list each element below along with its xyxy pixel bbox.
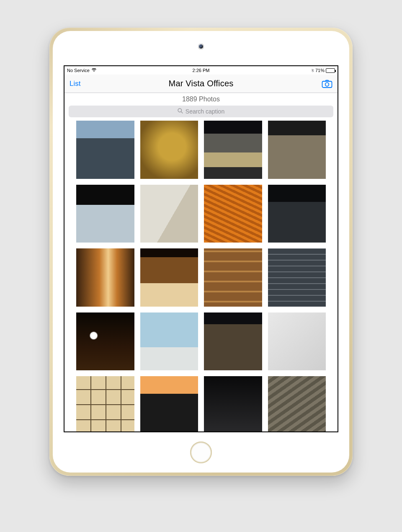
photo-thumbnail[interactable] bbox=[76, 248, 134, 307]
photo-thumbnail[interactable] bbox=[76, 376, 134, 432]
status-time: 2:26 PM bbox=[64, 68, 338, 73]
photo-thumbnail[interactable] bbox=[140, 121, 198, 179]
status-bar: No Service 2:26 PM 71% bbox=[64, 66, 338, 75]
photo-thumbnail[interactable] bbox=[268, 185, 326, 243]
photo-thumbnail[interactable] bbox=[76, 312, 134, 371]
svg-line-3 bbox=[181, 111, 183, 113]
battery-icon bbox=[326, 68, 335, 73]
ipad-device-frame: No Service 2:26 PM 71% bbox=[49, 28, 353, 476]
screen: No Service 2:26 PM 71% bbox=[64, 65, 338, 432]
photo-thumbnail[interactable] bbox=[268, 121, 326, 179]
home-button[interactable] bbox=[190, 442, 212, 463]
photo-thumbnail[interactable] bbox=[204, 312, 262, 371]
front-camera bbox=[198, 44, 204, 49]
search-wrap: Search caption bbox=[64, 104, 338, 121]
search-icon bbox=[178, 108, 183, 115]
search-placeholder: Search caption bbox=[186, 108, 224, 115]
photo-count: 1889 Photos bbox=[64, 93, 338, 104]
page-title: Mar Vista Offices bbox=[64, 79, 338, 88]
photo-thumbnail[interactable] bbox=[140, 248, 198, 307]
photo-thumbnail[interactable] bbox=[268, 376, 326, 432]
photo-thumbnail[interactable] bbox=[204, 121, 262, 179]
photo-thumbnail[interactable] bbox=[140, 376, 198, 432]
photo-thumbnail[interactable] bbox=[140, 185, 198, 243]
ipad-bezel: No Service 2:26 PM 71% bbox=[53, 31, 349, 473]
photo-thumbnail[interactable] bbox=[204, 248, 262, 307]
photo-thumbnail[interactable] bbox=[140, 312, 198, 371]
search-input[interactable]: Search caption bbox=[69, 106, 333, 117]
photo-thumbnail[interactable] bbox=[268, 312, 326, 371]
photo-thumbnail[interactable] bbox=[204, 376, 262, 432]
photo-thumbnail[interactable] bbox=[76, 121, 134, 179]
photo-thumbnail[interactable] bbox=[76, 185, 134, 243]
photo-grid[interactable] bbox=[64, 121, 338, 432]
photo-thumbnail[interactable] bbox=[268, 248, 326, 307]
nav-bar: List Mar Vista Offices bbox=[64, 75, 338, 93]
photo-thumbnail[interactable] bbox=[204, 185, 262, 243]
